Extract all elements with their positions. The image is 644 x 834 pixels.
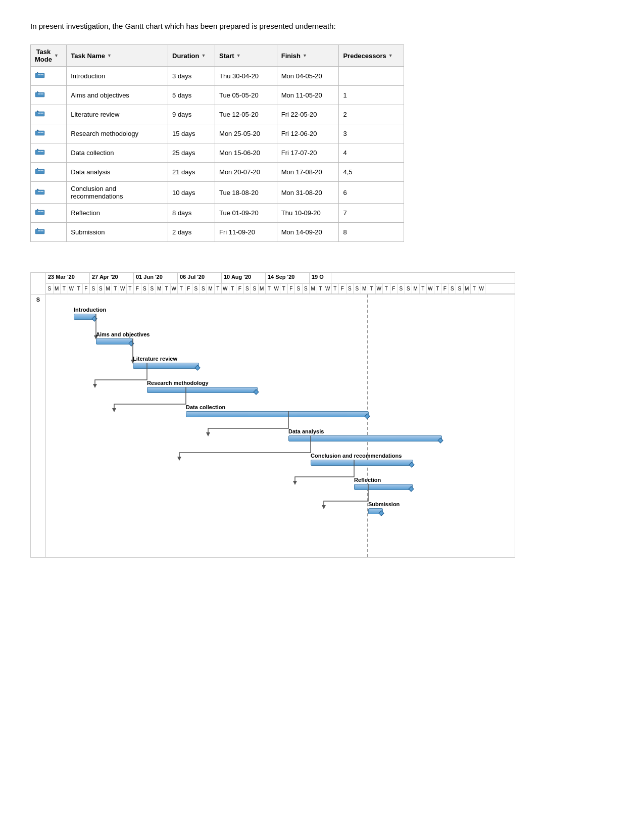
gantt-day-label: T xyxy=(61,284,68,293)
gantt-task-label: Literature review xyxy=(133,356,177,362)
gantt-day-label: T xyxy=(266,284,273,293)
gantt-task: Introduction xyxy=(74,307,106,321)
td-start: Mon 25-05-20 xyxy=(215,124,277,143)
gantt-day-label: S xyxy=(46,284,54,293)
td-task-name: Introduction xyxy=(67,67,168,86)
th-name: Task Name ▼ xyxy=(67,45,168,67)
svg-marker-25 xyxy=(37,188,39,190)
th-duration: Duration ▼ xyxy=(168,45,215,67)
gantt-day-label: F xyxy=(134,284,141,293)
gantt-month-label: 06 Jul '20 xyxy=(178,273,222,283)
gantt-task-label: Conclusion and recommendations xyxy=(311,453,402,459)
gantt-month-label: 01 Jun '20 xyxy=(134,273,178,283)
task-mode-icon xyxy=(35,110,46,118)
td-predecessors xyxy=(339,67,404,86)
gantt-task-label: Introduction xyxy=(74,307,106,313)
td-start: Tue 18-08-20 xyxy=(215,182,277,204)
gantt-month-label: 23 Mar '20 xyxy=(46,273,90,283)
td-predecessors: 7 xyxy=(339,204,404,223)
gantt-bar xyxy=(147,387,258,393)
td-start: Mon 20-07-20 xyxy=(215,163,277,182)
svg-rect-15 xyxy=(40,132,43,133)
gantt-day-label: M xyxy=(412,284,420,293)
svg-marker-13 xyxy=(37,129,39,131)
task-mode-icon xyxy=(35,167,46,175)
gantt-day-label: W xyxy=(171,284,178,293)
svg-rect-11 xyxy=(40,113,43,114)
td-mode xyxy=(31,67,67,86)
gantt-day-label: T xyxy=(112,284,120,293)
gantt-connector xyxy=(96,314,118,330)
gantt-day-label: W xyxy=(427,284,434,293)
svg-rect-4 xyxy=(35,92,44,97)
gantt-body: S IntroductionAims and objectivesLiterat… xyxy=(31,295,515,557)
svg-rect-0 xyxy=(35,73,44,78)
td-duration: 5 days xyxy=(168,86,215,105)
svg-rect-14 xyxy=(38,132,40,133)
gantt-day-label: W xyxy=(376,284,383,293)
td-duration: 3 days xyxy=(168,67,215,86)
svg-rect-31 xyxy=(40,211,43,212)
table-row: Introduction3 daysThu 30-04-20Mon 04-05-… xyxy=(31,67,404,86)
svg-rect-26 xyxy=(38,191,40,192)
td-duration: 2 days xyxy=(168,223,215,242)
td-finish: Mon 17-08-20 xyxy=(277,163,339,182)
gantt-day-label: T xyxy=(229,284,237,293)
gantt-task: Submission xyxy=(368,501,400,515)
svg-rect-12 xyxy=(35,131,44,135)
gantt-day-label: S xyxy=(141,284,149,293)
th-mode: TaskMode ▼ xyxy=(31,45,67,67)
svg-rect-3 xyxy=(40,74,43,75)
gantt-task-label: Reflection xyxy=(354,477,381,483)
td-mode xyxy=(31,223,67,242)
svg-rect-8 xyxy=(35,112,44,116)
gantt-day-label: W xyxy=(119,284,127,293)
gantt-day-label: T xyxy=(317,284,325,293)
gantt-month-label: 19 O xyxy=(310,273,331,283)
gantt-day-label: W xyxy=(222,284,229,293)
gantt-task: Research methodology xyxy=(147,380,258,394)
gantt-day-label: T xyxy=(75,284,83,293)
td-duration: 25 days xyxy=(168,143,215,163)
gantt-day-label: F xyxy=(83,284,90,293)
gantt-bar-wrap xyxy=(147,387,258,394)
td-mode xyxy=(31,182,67,204)
td-duration: 21 days xyxy=(168,163,215,182)
td-predecessors: 4 xyxy=(339,143,404,163)
gantt-task: Literature review xyxy=(133,356,199,370)
svg-rect-24 xyxy=(35,190,44,194)
svg-marker-43 xyxy=(322,505,326,509)
td-mode xyxy=(31,204,67,223)
gantt-day-label: F xyxy=(288,284,295,293)
svg-rect-6 xyxy=(38,93,40,94)
task-mode-icon xyxy=(35,129,46,137)
th-name-arrow: ▼ xyxy=(107,53,112,58)
gantt-timeline-header: 23 Mar '2027 Apr '2001 Jun '2006 Jul '20… xyxy=(46,273,515,294)
gantt-vline xyxy=(367,295,368,557)
svg-marker-39 xyxy=(112,408,116,412)
gantt-day-label: M xyxy=(310,284,317,293)
gantt-day-label: F xyxy=(339,284,346,293)
svg-marker-5 xyxy=(37,91,39,92)
gantt-task-label: Data analysis xyxy=(288,428,324,434)
table-row: Submission2 daysFri 11-09-20Mon 14-09-20… xyxy=(31,223,404,242)
gantt-day-label: S xyxy=(303,284,310,293)
gantt-task-label: Data collection xyxy=(186,404,225,410)
gantt-days-row: SMTWTFSSMTWTFSSMTWTFSSMTWTFSSMTWTFSSMTWT… xyxy=(46,284,515,294)
td-start: Mon 15-06-20 xyxy=(215,143,277,163)
gantt-day-label: F xyxy=(236,284,244,293)
svg-marker-40 xyxy=(206,432,210,436)
gantt-bar-wrap xyxy=(311,460,413,467)
gantt-month-label: 14 Sep '20 xyxy=(266,273,310,283)
task-mode-icon xyxy=(35,208,46,216)
gantt-day-label: S xyxy=(295,284,303,293)
td-task-name: Conclusion andrecommendations xyxy=(67,182,168,204)
svg-marker-38 xyxy=(93,384,97,388)
gantt-day-label: T xyxy=(127,284,134,293)
gantt-bar xyxy=(311,460,413,466)
gantt-day-label: S xyxy=(244,284,252,293)
gantt-chart: 23 Mar '2027 Apr '2001 Jun '2006 Jul '20… xyxy=(30,272,515,558)
gantt-bar-wrap xyxy=(368,508,383,515)
gantt-day-label: T xyxy=(420,284,427,293)
gantt-bar-wrap xyxy=(96,338,133,346)
